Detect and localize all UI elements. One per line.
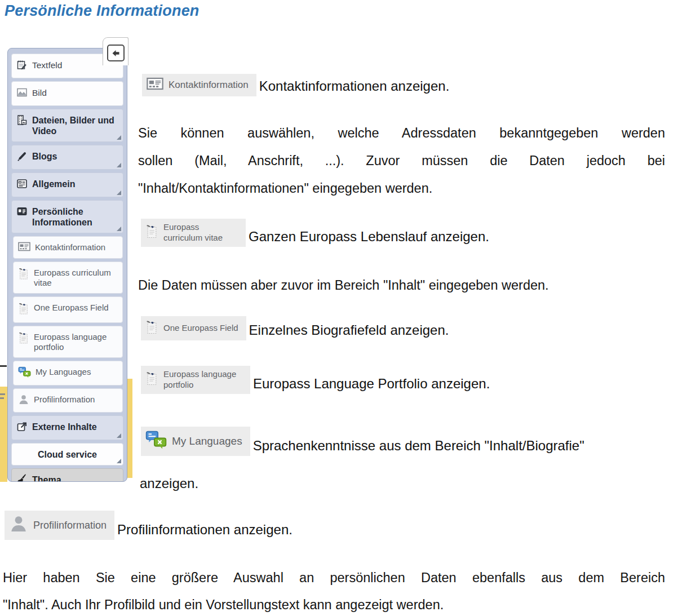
europass-document-icon — [18, 302, 29, 317]
paragraph-line: Sie können auswählen, welche Adressdaten… — [138, 119, 665, 147]
expand-corner-icon — [117, 227, 121, 231]
caption-text: anzeigen. — [140, 469, 198, 497]
sidebar-item-label: Blogs — [32, 151, 57, 162]
collapse-tab — [103, 37, 128, 65]
caption-text: Europass Language Portfolio anzeigen. — [253, 375, 490, 394]
content-blocks-sidebar: Textfeld Bild Dateien, Bilder und Video … — [7, 48, 127, 482]
row-europass-cv: Europass curriculum vitae Ganzen Europas… — [141, 219, 489, 247]
inline-button-label: Europass language portfolio — [163, 369, 242, 391]
page-title: Persönliche Informationen — [5, 2, 200, 20]
paragraph-line: Hier haben Sie eine größere Auswahl an p… — [3, 564, 665, 591]
general-form-icon — [16, 178, 28, 192]
sidebar-item-label: Europass language portfolio — [34, 332, 107, 352]
caption-continuation: anzeigen. — [140, 469, 198, 497]
image-icon — [16, 87, 28, 100]
sidebar-item-bild[interactable]: Bild — [11, 81, 123, 106]
document-page: Persönliche Informationen Textfeld Bild … — [0, 0, 678, 616]
one-europass-field-block-button[interactable]: One Europass Field — [141, 316, 246, 340]
languages-bubbles-icon — [18, 366, 31, 380]
sidebar-item-persoenliche-informationen[interactable]: Persönliche Informationen — [11, 200, 123, 233]
sidebar-item-my-languages[interactable]: My Languages — [13, 361, 123, 385]
expand-corner-icon — [117, 190, 121, 195]
sidebar-item-allgemein[interactable]: Allgemein — [11, 172, 123, 197]
theme-brush-icon — [16, 473, 27, 482]
caption-text: Profilinformationen anzeigen. — [117, 521, 293, 540]
europass-document-icon — [18, 331, 29, 347]
europass-cv-block-button[interactable]: Europass curriculum vitae — [141, 219, 246, 247]
sidebar-item-dateien-bilder-video[interactable]: Dateien, Bilder und Video — [11, 109, 123, 142]
caption-text: Kontaktinformationen anzeigen. — [259, 78, 450, 96]
inline-button-label: One Europass Field — [163, 323, 238, 334]
paragraph-kontakt: Sie können auswählen, welche Adressdaten… — [138, 119, 665, 202]
sidebar-item-europass-curriculum-vitae[interactable]: Europass curriculum vitae — [13, 262, 123, 294]
inline-button-label: Kontaktinformation — [169, 79, 249, 91]
paragraph-bottom: Hier haben Sie eine größere Auswahl an p… — [3, 564, 665, 616]
blogs-pencil-icon — [16, 150, 28, 164]
sidebar-item-profilinformation[interactable]: Profilinformation — [13, 388, 123, 413]
sidebar-item-blogs[interactable]: Blogs — [11, 145, 123, 170]
my-languages-block-button[interactable]: My Languages — [141, 427, 250, 456]
cropped-icon-fragment — [0, 393, 5, 395]
sidebar-item-externe-inhalte[interactable]: Externe Inhalte — [11, 415, 123, 440]
sidebar-item-label: Dateien, Bilder und Video — [32, 115, 116, 136]
sidebar-item-label: Europass curriculum vitae — [34, 268, 113, 288]
languages-bubbles-icon — [145, 430, 167, 453]
sidebar-item-label: My Languages — [36, 367, 91, 377]
profile-person-icon — [9, 514, 28, 537]
caption-text: Einzelnes Biografiefeld anzeigen. — [249, 322, 449, 340]
caption-text: Sprachenkenntnisse aus dem Bereich "Inha… — [253, 437, 584, 456]
sidebar-item-europass-language-portfolio[interactable]: Europass language portfolio — [13, 326, 123, 358]
row-kontaktinformation: Kontaktinformation Kontaktinformationen … — [142, 74, 449, 96]
yellow-highlight-left — [0, 387, 7, 482]
textfield-icon — [16, 59, 28, 73]
sidebar-item-label: Cloud service — [38, 449, 97, 460]
sidebar-item-label: Profilinformation — [34, 395, 95, 405]
paragraph-line: "Inhalt/Kontaktinformationen" eingegeben… — [138, 175, 665, 202]
paragraph-cv: Die Daten müssen aber zuvor im Bereich "… — [138, 272, 665, 299]
sidebar-item-one-europass-field[interactable]: One Europass Field — [13, 296, 123, 323]
sidebar-item-label: Persönliche Informationen — [32, 206, 100, 228]
arrow-left-icon — [111, 49, 121, 57]
row-my-languages: My Languages Sprachenkenntnisse aus dem … — [141, 427, 584, 456]
expand-corner-icon — [117, 433, 121, 438]
row-one-europass-field: One Europass Field Einzelnes Biografiefe… — [141, 316, 449, 340]
expand-corner-icon — [117, 163, 121, 167]
paragraph-line: sollen (Mail, Anschrift, ...). Zuvor müs… — [138, 147, 665, 175]
europass-language-portfolio-block-button[interactable]: Europass language portfolio — [141, 366, 250, 394]
sidebar-item-label: Textfeld — [32, 60, 62, 70]
europass-document-icon — [145, 371, 158, 388]
expand-corner-icon — [117, 459, 121, 463]
profilinformation-block-button[interactable]: Profilinformation — [5, 511, 114, 540]
profile-person-icon — [18, 394, 29, 407]
sidebar-item-thema[interactable]: Thema — [16, 473, 119, 482]
europass-document-icon — [145, 320, 158, 337]
inline-button-label: My Languages — [172, 435, 242, 448]
europass-document-icon — [18, 267, 29, 282]
cropped-icon-fragment — [0, 397, 4, 399]
paragraph-line: Die Daten müssen aber zuvor im Bereich "… — [138, 272, 665, 299]
inline-button-label: Europass curriculum vitae — [163, 222, 238, 243]
external-content-icon — [16, 421, 28, 435]
sidebar-item-label: Externe Inhalte — [32, 422, 97, 432]
personal-info-badge-icon — [16, 206, 28, 219]
sidebar-item-label: One Europass Field — [34, 303, 109, 313]
europass-document-icon — [145, 224, 158, 241]
sidebar-section-thema: Thema Es wurde keine Designv ▼ — [11, 468, 123, 482]
kontaktinformation-block-button[interactable]: Kontaktinformation — [142, 74, 256, 96]
sidebar-item-kontaktinformation[interactable]: Kontaktinformation — [13, 236, 123, 259]
sidebar-item-label: Thema — [32, 475, 61, 482]
cropped-line-fragment — [0, 365, 7, 367]
contact-card-icon — [147, 77, 163, 93]
sidebar-item-label: Bild — [32, 87, 47, 98]
files-media-icon — [16, 114, 28, 128]
sidebar-item-label: Allgemein — [32, 179, 75, 189]
row-profilinformation: Profilinformation Profilinformationen an… — [5, 511, 293, 540]
caption-text: Ganzen Europass Lebenslauf anzeigen. — [249, 228, 489, 247]
row-europass-language-portfolio: Europass language portfolio Europass Lan… — [141, 366, 490, 394]
paragraph-line: "Inhalt". Auch Ihr Profilbild und ein Vo… — [3, 591, 665, 616]
collapse-left-arrow-button[interactable] — [107, 45, 125, 61]
sidebar-item-cloud-service[interactable]: Cloud service — [11, 443, 123, 466]
expand-corner-icon — [117, 135, 121, 140]
inline-button-label: Profilinformation — [33, 519, 107, 532]
sidebar-item-label: Kontaktinformation — [35, 242, 105, 252]
